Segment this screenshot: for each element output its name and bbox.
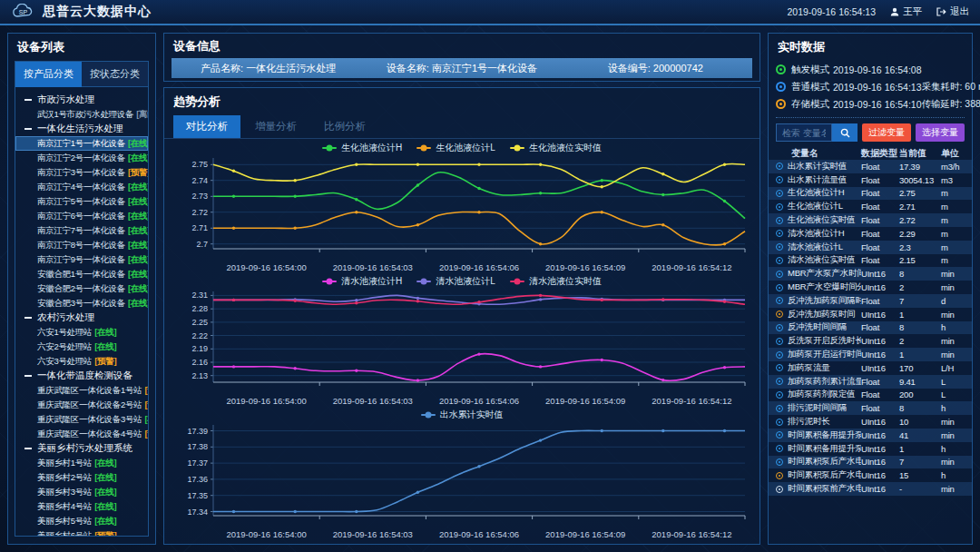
table-row[interactable]: 反冲洗时间间隔Float8h xyxy=(769,321,972,335)
tree-item[interactable]: 安徽合肥3号一体化设备[在线] xyxy=(15,296,148,310)
legend-item[interactable]: 生化池液位计H xyxy=(322,142,402,154)
legend-item[interactable]: 生化池液位实时值 xyxy=(510,142,602,154)
tree-item[interactable]: 南京江宁1号一体化设备[在线] xyxy=(15,136,148,151)
table-row[interactable]: 加药泵药剂限定值Float200L xyxy=(769,389,972,402)
tree-item[interactable]: 美丽乡村2号站[在线] xyxy=(15,470,148,485)
tree-group-header[interactable]: 美丽乡村污水处理系统 xyxy=(15,441,148,456)
tab-compare-analysis[interactable]: 对比分析 xyxy=(173,115,240,138)
table-row[interactable]: 生化池液位计HFloat2.75m xyxy=(769,187,972,201)
tree-item-label: 南京江宁7号一体化设备 xyxy=(37,225,125,235)
variable-value: 7 xyxy=(899,457,941,467)
tree-item[interactable]: 美丽乡村1号站[在线] xyxy=(15,456,148,470)
variable-status-icon xyxy=(776,458,783,466)
table-row[interactable]: 时间累积备用提升泵分UInt1641min xyxy=(769,429,972,442)
variable-unit: h xyxy=(941,403,965,413)
tree-item[interactable]: 南京江宁2号一体化设备[在线] xyxy=(15,151,148,165)
tree-item[interactable]: 南京江宁6号一体化设备[在线] xyxy=(15,209,148,223)
legend-item[interactable]: 清水池液位实时值 xyxy=(510,275,602,288)
table-row[interactable]: 出水累计实时值Float17.39m3/h xyxy=(769,160,972,173)
tree-group-header[interactable]: 市政污水处理 xyxy=(15,93,148,107)
device-list-panel: 设备列表 按产品分类 按状态分类 市政污水处理武汉1号市政污水处理设备[离线]一… xyxy=(7,33,156,545)
tree-group-header[interactable]: 农村污水处理 xyxy=(15,310,148,325)
tree-item-label: 美丽乡村1号站 xyxy=(37,458,92,468)
table-row[interactable]: 反洗泵开启反洗时长UInt162min xyxy=(769,334,972,348)
tree-item[interactable]: 重庆武隆区一体化设备4号站[预警] xyxy=(15,427,148,441)
collapse-minus-icon[interactable] xyxy=(24,128,32,130)
tree-item[interactable]: 六安3号处理站[预警] xyxy=(15,354,148,369)
variable-name: 生化池液位实时值 xyxy=(788,214,855,226)
variable-unit: L/H xyxy=(941,363,965,373)
svg-text:2.71: 2.71 xyxy=(191,223,208,232)
table-row[interactable]: 时间累积泵后产水电动阀分UInt167min xyxy=(769,456,972,469)
user-menu[interactable]: 王平 xyxy=(890,5,922,18)
search-input[interactable] xyxy=(776,123,832,142)
legend-item[interactable]: 清水池液位计H xyxy=(322,275,402,288)
table-row[interactable]: 生化池液位实时值Float2.72m xyxy=(769,213,972,227)
header-datetime: 2019-09-16 16:54:13 xyxy=(788,6,877,17)
variable-type: Float xyxy=(861,377,899,387)
tree-item[interactable]: 美丽乡村6号站[预警] xyxy=(15,528,148,537)
tree-item-status-badge: [在线] xyxy=(128,211,149,221)
table-row[interactable]: 清水池液位计LFloat2.3m xyxy=(769,241,972,254)
tree-item[interactable]: 美丽乡村3号站[在线] xyxy=(15,485,148,499)
tree-item[interactable]: 南京江宁7号一体化设备[在线] xyxy=(15,223,148,238)
table-row[interactable]: 清水池液位实时值Float2.15m xyxy=(769,254,972,268)
tree-item-label: 安徽合肥1号一体化设备 xyxy=(37,269,125,279)
table-row[interactable]: 时间累积泵后产水电动阀时UInt1615h xyxy=(769,468,972,482)
tree-group-header[interactable]: 一体化生活污水处理 xyxy=(15,122,148,136)
collapse-minus-icon[interactable] xyxy=(24,448,32,449)
tree-item[interactable]: 六安1号处理站[在线] xyxy=(15,325,148,340)
table-row[interactable]: 加药泵流量UInt16170L/H xyxy=(769,361,972,375)
select-variables-button[interactable]: 选择变量 xyxy=(916,123,965,142)
table-row[interactable]: 时间累积备用提升泵时UInt161h xyxy=(769,442,972,456)
status-ring-icon xyxy=(776,82,786,92)
tree-item[interactable]: 南京江宁5号一体化设备[在线] xyxy=(15,194,148,209)
tab-by-product[interactable]: 按产品分类 xyxy=(15,62,82,87)
table-row[interactable]: 时间累积泵前产水电动阀分UInt16-min xyxy=(769,482,972,496)
table-row[interactable]: 生化池液位计LFloat2.71m xyxy=(769,200,972,213)
collapse-minus-icon[interactable] xyxy=(24,317,32,319)
variable-status-icon xyxy=(776,445,783,452)
tab-increment-analysis[interactable]: 增量分析 xyxy=(242,115,309,138)
table-row[interactable]: 加药泵药剂累计流量Float9.41L xyxy=(769,375,972,389)
legend-item[interactable]: 出水累计实时值 xyxy=(421,409,504,421)
filter-variables-button[interactable]: 过滤变量 xyxy=(862,123,911,142)
logout-button[interactable]: 退出 xyxy=(936,5,969,18)
legend-item[interactable]: 生化池液位计L xyxy=(416,142,495,154)
tree-item[interactable]: 安徽合肥1号一体化设备[在线] xyxy=(15,267,148,281)
tree-item-status-badge: [在线] xyxy=(94,472,116,482)
tab-by-status[interactable]: 按状态分类 xyxy=(82,62,148,87)
tree-item[interactable]: 南京江宁4号一体化设备[在线] xyxy=(15,180,148,194)
tree-group-label: 农村污水处理 xyxy=(37,311,94,324)
tree-item[interactable]: 武汉1号市政污水处理设备[离线] xyxy=(15,107,148,122)
tree-item[interactable]: 重庆武隆区一体化设备2号站[预警] xyxy=(15,398,148,412)
tree-item[interactable]: 六安2号处理站[在线] xyxy=(15,340,148,354)
collapse-minus-icon[interactable] xyxy=(24,375,32,377)
table-row[interactable]: 加药泵开启运行时间UInt161min xyxy=(769,348,972,361)
tree-item[interactable]: 南京江宁3号一体化设备[预警] xyxy=(15,165,148,180)
tree-item[interactable]: 重庆武隆区一体化设备3号站[在线] xyxy=(15,412,148,427)
table-row[interactable]: 清水池液位计HFloat2.29m xyxy=(769,227,972,241)
table-row[interactable]: 排污泥时长UInt1610min xyxy=(769,415,972,429)
tree-item[interactable]: 美丽乡村4号站[在线] xyxy=(15,499,148,514)
legend-item[interactable]: 清水池液位计L xyxy=(416,275,495,288)
table-row[interactable]: MBR产水泵产水时间分UInt168min xyxy=(769,267,972,281)
tree-item[interactable]: 南京江宁9号一体化设备[在线] xyxy=(15,252,148,267)
tab-ratio-analysis[interactable]: 比例分析 xyxy=(311,115,378,138)
tree-group-header[interactable]: 一体化带温度检测设备 xyxy=(15,369,148,383)
variable-value: 2.71 xyxy=(899,202,941,212)
variable-value: 2.15 xyxy=(899,255,941,265)
search-button[interactable] xyxy=(832,123,858,142)
variable-status-icon xyxy=(776,217,783,224)
tree-item[interactable]: 南京江宁8号一体化设备[在线] xyxy=(15,238,148,252)
tree-item[interactable]: 安徽合肥2号一体化设备[在线] xyxy=(15,281,148,296)
table-row[interactable]: 出水累计流量值Float30054.13m3 xyxy=(769,173,972,187)
tree-item[interactable]: 重庆武隆区一体化设备1号站[预警] xyxy=(15,383,148,398)
table-row[interactable]: MBR产水空爆时间分UInt162min xyxy=(769,281,972,294)
table-row[interactable]: 反冲洗加药泵时间UInt161min xyxy=(769,308,972,321)
table-row[interactable]: 排污泥时间间隔Float8h xyxy=(769,401,972,415)
collapse-minus-icon[interactable] xyxy=(24,99,32,101)
table-row[interactable]: 反冲洗加药泵间隔时间Float7d xyxy=(769,294,972,308)
tree-item[interactable]: 美丽乡村5号站[在线] xyxy=(15,514,148,528)
x-axis-label: 2019-09-16 16:54:12 xyxy=(652,396,731,406)
